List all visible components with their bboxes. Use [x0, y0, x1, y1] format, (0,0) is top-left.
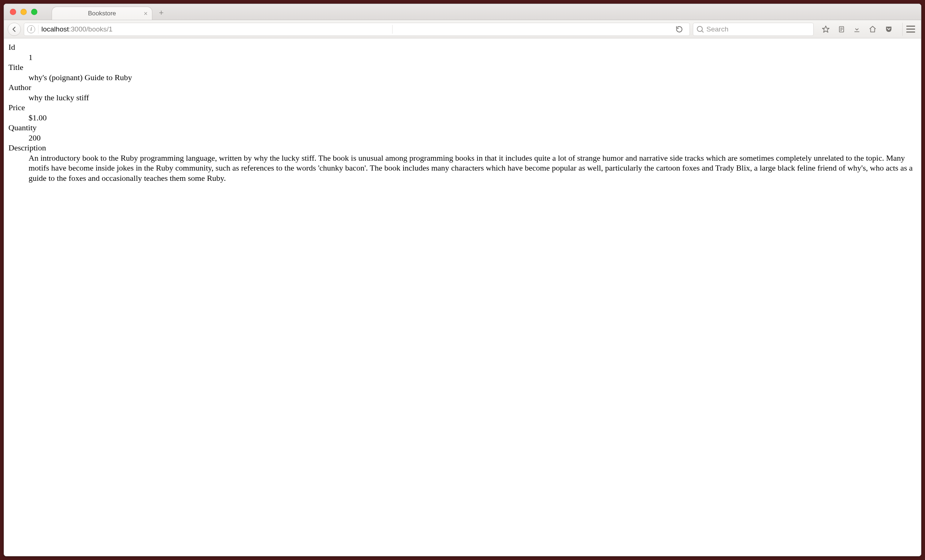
- search-box[interactable]: Search: [693, 23, 814, 36]
- menu-button[interactable]: [902, 23, 915, 36]
- label-quantity: Quantity: [8, 123, 917, 133]
- label-title: Title: [8, 62, 917, 72]
- back-button[interactable]: [8, 23, 21, 36]
- tab-close-icon[interactable]: ×: [143, 10, 148, 17]
- value-description: An introductory book to the Ruby program…: [29, 153, 917, 184]
- label-price: Price: [8, 102, 917, 113]
- book-details: Id 1 Title why's (poignant) Guide to Rub…: [8, 42, 917, 183]
- url-path: :3000/books/1: [69, 25, 112, 33]
- home-icon[interactable]: [869, 25, 877, 33]
- downloads-icon[interactable]: [853, 25, 860, 33]
- new-tab-button[interactable]: +: [159, 9, 164, 17]
- label-description: Description: [8, 143, 917, 153]
- tab-title: Bookstore: [88, 10, 116, 17]
- label-author: Author: [8, 82, 917, 93]
- pocket-icon[interactable]: [885, 25, 893, 33]
- bookmark-star-icon[interactable]: [822, 25, 830, 33]
- search-icon: [697, 26, 704, 33]
- toolbar: i localhost:3000/books/1 Search: [4, 20, 921, 38]
- value-quantity: 200: [29, 133, 917, 143]
- address-bar[interactable]: i localhost:3000/books/1: [24, 23, 690, 36]
- url-text: localhost:3000/books/1: [41, 25, 112, 33]
- window-controls: [10, 9, 37, 15]
- titlebar: Bookstore × +: [4, 4, 921, 20]
- value-price: $1.00: [29, 113, 917, 123]
- label-id: Id: [8, 42, 917, 52]
- value-id: 1: [29, 52, 917, 63]
- value-title: why's (poignant) Guide to Ruby: [29, 72, 917, 83]
- svg-rect-5: [854, 31, 859, 32]
- svg-marker-0: [823, 26, 829, 32]
- window-zoom-button[interactable]: [31, 9, 37, 15]
- window-minimize-button[interactable]: [21, 9, 27, 15]
- search-placeholder: Search: [707, 25, 728, 33]
- browser-tab[interactable]: Bookstore ×: [52, 7, 152, 20]
- value-author: why the lucky stiff: [29, 93, 917, 103]
- window-close-button[interactable]: [10, 9, 16, 15]
- site-info-icon[interactable]: i: [27, 25, 35, 33]
- separator: [392, 25, 393, 34]
- separator: [38, 25, 38, 34]
- url-host: localhost: [41, 25, 69, 33]
- page-viewport: Id 1 Title why's (poignant) Guide to Rub…: [4, 38, 921, 556]
- reading-list-icon[interactable]: [838, 25, 845, 33]
- browser-window: Bookstore × + i localhost:3000/books/1: [4, 4, 921, 556]
- toolbar-icons: [817, 23, 917, 36]
- reload-button[interactable]: [672, 26, 687, 33]
